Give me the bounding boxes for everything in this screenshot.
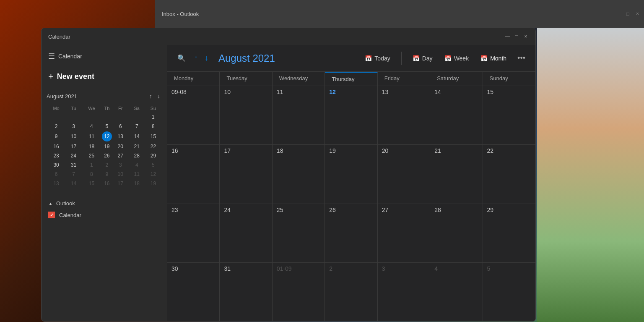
mini-cal-day[interactable]: 16 (102, 179, 112, 188)
day-cell[interactable]: 31 (220, 263, 272, 321)
day-cell[interactable]: 2 (325, 263, 377, 321)
mini-cal-day[interactable] (66, 113, 81, 121)
close-button[interactable]: × (523, 34, 529, 39)
mini-cal-day[interactable]: 7 (66, 170, 81, 178)
mini-cal-day[interactable]: 8 (145, 122, 161, 131)
outlook-maximize-btn[interactable]: □ (626, 11, 629, 17)
day-cell[interactable]: 26 (325, 204, 377, 262)
week-view-button[interactable]: 📅 Week (440, 52, 473, 64)
day-cell[interactable]: 17 (220, 145, 272, 203)
outlook-section-header[interactable]: ▲ Outlook (48, 200, 160, 207)
mini-cal-day[interactable]: 25 (82, 152, 101, 160)
mini-cal-day[interactable]: 23 (47, 152, 65, 160)
search-button[interactable]: 🔍 (174, 51, 189, 66)
mini-cal-day[interactable]: 16 (47, 142, 65, 151)
day-view-button[interactable]: 📅 Day (408, 52, 437, 64)
day-cell-today[interactable]: 12 (325, 86, 377, 144)
mini-cal-day[interactable]: 17 (66, 142, 81, 151)
mini-cal-day[interactable]: 15 (145, 131, 161, 141)
mini-cal-day[interactable]: 18 (82, 142, 101, 151)
mini-cal-day[interactable]: 19 (145, 179, 161, 188)
mini-cal-day[interactable]: 22 (145, 142, 161, 151)
mini-cal-day[interactable]: 27 (113, 152, 128, 160)
day-cell[interactable]: 16 (167, 145, 220, 203)
day-cell[interactable]: 18 (273, 145, 325, 203)
mini-cal-day[interactable]: 4 (82, 122, 101, 131)
outlook-close-btn[interactable]: × (636, 11, 639, 17)
day-cell[interactable]: 10 (220, 86, 272, 144)
day-cell[interactable]: 09-08 (167, 86, 220, 144)
today-button[interactable]: 📅 Today (361, 52, 394, 64)
mini-cal-day[interactable]: 9 (102, 170, 112, 178)
mini-cal-day[interactable]: 31 (66, 161, 81, 169)
day-cell[interactable]: 11 (273, 86, 325, 144)
mini-cal-day[interactable]: 1 (145, 113, 161, 121)
mini-cal-day[interactable]: 10 (113, 170, 128, 178)
mini-cal-day[interactable]: 2 (102, 161, 112, 169)
mini-cal-day[interactable]: 14 (66, 179, 81, 188)
day-cell[interactable]: 24 (220, 204, 272, 262)
day-cell[interactable]: 3 (378, 263, 430, 321)
day-cell[interactable]: 5 (483, 263, 535, 321)
day-cell[interactable]: 19 (325, 145, 377, 203)
mini-cal-day[interactable]: 7 (129, 122, 145, 131)
mini-cal-day[interactable] (113, 113, 128, 121)
mini-cal-day[interactable]: 3 (113, 161, 128, 169)
day-cell[interactable]: 4 (430, 263, 483, 321)
new-event-button[interactable]: + New event (48, 71, 160, 82)
mini-cal-day[interactable]: 2 (47, 122, 65, 131)
mini-cal-day[interactable] (47, 113, 65, 121)
mini-cal-day[interactable]: 1 (82, 161, 101, 169)
day-cell[interactable]: 14 (430, 86, 483, 144)
mini-cal-day[interactable]: 14 (129, 131, 145, 141)
day-cell[interactable]: 25 (273, 204, 325, 262)
day-cell[interactable]: 27 (378, 204, 430, 262)
day-cell[interactable]: 28 (430, 204, 483, 262)
mini-cal-day[interactable]: 28 (129, 152, 145, 160)
mini-cal-day[interactable]: 26 (102, 152, 112, 160)
mini-cal-day[interactable]: 11 (82, 131, 101, 141)
month-view-button[interactable]: 📅 Month (476, 52, 511, 64)
day-cell[interactable]: 01-09 (273, 263, 325, 321)
calendar-checkbox[interactable]: ✓ (48, 212, 55, 218)
mini-cal-day[interactable]: 19 (102, 142, 112, 151)
more-options-button[interactable]: ••• (514, 52, 529, 64)
nav-up-button[interactable]: ↑ (192, 52, 200, 64)
day-cell[interactable]: 15 (483, 86, 535, 144)
outlook-minimize-btn[interactable]: — (615, 11, 620, 17)
mini-cal-day[interactable] (82, 113, 101, 121)
mini-cal-next-btn[interactable]: ↓ (156, 92, 162, 100)
mini-cal-day[interactable]: 8 (82, 170, 101, 178)
mini-cal-day[interactable] (129, 113, 145, 121)
mini-cal-day[interactable]: 11 (129, 170, 145, 178)
day-cell[interactable]: 30 (167, 263, 220, 321)
day-cell[interactable]: 21 (430, 145, 483, 203)
mini-cal-day[interactable]: 17 (113, 179, 128, 188)
day-cell[interactable]: 20 (378, 145, 430, 203)
mini-cal-day[interactable]: 20 (113, 142, 128, 151)
mini-cal-prev-btn[interactable]: ↑ (148, 92, 154, 100)
mini-cal-day[interactable]: 5 (145, 161, 161, 169)
day-cell[interactable]: 23 (167, 204, 220, 262)
mini-cal-day[interactable]: 12 (145, 170, 161, 178)
mini-cal-day[interactable]: 29 (145, 152, 161, 160)
hamburger-icon[interactable]: ☰ (48, 52, 55, 61)
mini-cal-day[interactable]: 13 (113, 131, 128, 141)
mini-cal-day[interactable]: 4 (129, 161, 145, 169)
mini-cal-day[interactable]: 6 (47, 170, 65, 178)
nav-down-button[interactable]: ↓ (203, 52, 210, 64)
mini-cal-day[interactable]: 15 (82, 179, 101, 188)
mini-cal-day[interactable]: 13 (47, 179, 65, 188)
mini-cal-day[interactable]: 30 (47, 161, 65, 169)
mini-cal-day[interactable]: 5 (102, 122, 112, 131)
day-cell[interactable]: 13 (378, 86, 430, 144)
mini-cal-day[interactable]: 24 (66, 152, 81, 160)
mini-cal-day[interactable]: 12 (102, 131, 112, 141)
mini-cal-day[interactable]: 6 (113, 122, 128, 131)
mini-cal-day[interactable]: 9 (47, 131, 65, 141)
mini-cal-day[interactable] (102, 113, 112, 121)
mini-cal-day[interactable]: 10 (66, 131, 81, 141)
minimize-button[interactable]: — (504, 34, 510, 39)
maximize-button[interactable]: □ (514, 34, 519, 39)
day-cell[interactable]: 22 (483, 145, 535, 203)
